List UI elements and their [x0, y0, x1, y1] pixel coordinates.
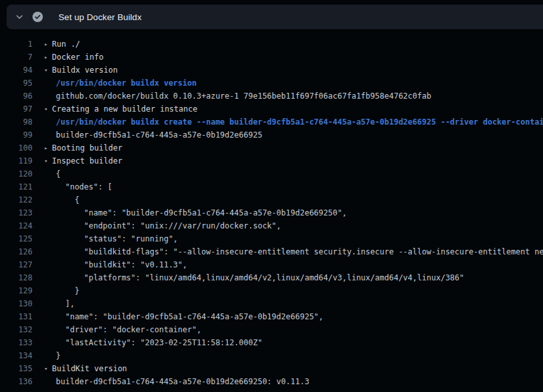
group-toggle-icon: ▾ [44, 103, 51, 116]
line-number[interactable]: 126 [0, 245, 32, 258]
line-number[interactable]: 119 [0, 154, 32, 167]
line-number[interactable]: 122 [0, 193, 32, 206]
log-group-expanded: 119 ▾Inspect builder [0, 154, 543, 167]
line-body: "status": "running", [32, 232, 178, 245]
log-line: 132 "driver": "docker-container", [0, 323, 543, 336]
line-number[interactable]: 132 [0, 323, 32, 336]
line-body[interactable]: ▾Inspect builder [32, 154, 122, 167]
check-circle-icon [32, 12, 43, 22]
chevron-down-icon[interactable] [12, 9, 27, 25]
line-body: "name": "builder-d9cfb5a1-c764-445a-a57e… [32, 310, 323, 323]
log-group-expanded: 97 ▾Creating a new builder instance [0, 103, 543, 116]
line-number[interactable]: 99 [0, 129, 32, 141]
log-line: 124 "endpoint": "unix:///var/run/docker.… [0, 219, 543, 232]
line-number[interactable]: 128 [0, 271, 32, 284]
log-line: 95 /usr/bin/docker buildx version [0, 77, 543, 90]
line-text: "driver": "docker-container", [56, 323, 201, 336]
line-text: builder-d9cfb5a1-c764-445a-a57e-0b19d2e6… [56, 375, 309, 388]
line-number[interactable]: 96 [0, 90, 32, 103]
group-toggle-icon: ▸ [44, 51, 51, 64]
line-number[interactable]: 129 [0, 284, 32, 297]
line-text: "status": "running", [56, 232, 178, 245]
line-body: "buildkit": "v0.11.3", [32, 258, 187, 271]
line-text: BuildKit version [52, 362, 127, 375]
log-line: 136 builder-d9cfb5a1-c764-445a-a57e-0b19… [0, 375, 543, 388]
line-number[interactable]: 125 [0, 232, 32, 245]
line-number[interactable]: 121 [0, 180, 32, 193]
log-group-collapsed: 100 ▸Booting builder [0, 141, 543, 154]
line-number[interactable]: 131 [0, 310, 32, 323]
line-text: { [56, 167, 60, 180]
line-text: Inspect builder [52, 154, 122, 167]
log-line: 99 builder-d9cfb5a1-c764-445a-a57e-0b19d… [0, 129, 543, 141]
line-text: } [56, 284, 79, 297]
log-group-expanded: 94 ▾Buildx version [0, 64, 543, 77]
line-text: ], [56, 297, 75, 310]
log-line: 125 "status": "running", [0, 232, 543, 245]
line-number[interactable]: 133 [0, 336, 32, 349]
line-text: "name": "builder-d9cfb5a1-c764-445a-a57e… [56, 310, 323, 323]
line-text: Buildx version [52, 64, 118, 77]
line-body: "name": "builder-d9cfb5a1-c764-445a-a57e… [32, 206, 347, 219]
line-body: "driver": "docker-container", [32, 323, 201, 336]
line-number[interactable]: 123 [0, 206, 32, 219]
group-toggle-icon: ▾ [44, 362, 51, 375]
line-body[interactable]: ▾Buildx version [32, 64, 118, 77]
log-line: 131 "name": "builder-d9cfb5a1-c764-445a-… [0, 310, 543, 323]
line-body[interactable]: ▸Booting builder [32, 141, 122, 154]
line-number[interactable]: 98 [0, 116, 32, 129]
line-number[interactable]: 130 [0, 297, 32, 310]
line-text: "buildkitd-flags": "--allow-insecure-ent… [56, 245, 543, 258]
line-number[interactable]: 1 [0, 38, 32, 51]
line-text: "lastActivity": "2023-02-25T11:58:12.000… [56, 336, 262, 349]
line-body: } [32, 349, 60, 362]
log-line: 134 } [0, 349, 543, 362]
line-text: github.com/docker/buildx 0.10.3+azure-1 … [56, 90, 431, 103]
line-number[interactable]: 124 [0, 219, 32, 232]
line-body[interactable]: ▸Run ./ [32, 38, 80, 51]
log-line: 98 /usr/bin/docker buildx create --name … [0, 116, 543, 129]
line-body: "platforms": "linux/amd64,linux/amd64/v2… [32, 271, 464, 284]
log-group-expanded: 135 ▾BuildKit version [0, 362, 543, 375]
log-line: 123 "name": "builder-d9cfb5a1-c764-445a-… [0, 206, 543, 219]
line-text: "endpoint": "unix:///var/run/docker.sock… [56, 219, 281, 232]
line-body[interactable]: ▸Docker info [32, 51, 103, 64]
group-toggle-icon: ▾ [44, 64, 51, 77]
line-number[interactable]: 127 [0, 258, 32, 271]
line-body: } [32, 284, 79, 297]
line-text: Docker info [52, 51, 103, 64]
log-line: 127 "buildkit": "v0.11.3", [0, 258, 543, 271]
step-header[interactable]: Set up Docker Buildx [6, 5, 543, 29]
line-number[interactable]: 120 [0, 167, 32, 180]
step-title: Set up Docker Buildx [58, 12, 142, 22]
line-number[interactable]: 136 [0, 375, 32, 388]
log-group-collapsed: 1 ▸Run ./ [0, 38, 543, 51]
line-body: /usr/bin/docker buildx create --name bui… [32, 116, 543, 129]
line-body[interactable]: ▾Creating a new builder instance [32, 103, 197, 116]
line-number[interactable]: 135 [0, 362, 32, 375]
line-number[interactable]: 100 [0, 141, 32, 154]
group-toggle-icon: ▸ [44, 38, 51, 51]
line-text: { [56, 193, 79, 206]
line-text: /usr/bin/docker buildx create --name bui… [56, 116, 543, 129]
line-body: "nodes": [ [32, 180, 112, 193]
log-line: 96 github.com/docker/buildx 0.10.3+azure… [0, 90, 543, 103]
line-number[interactable]: 95 [0, 77, 32, 90]
line-text: Run ./ [52, 38, 80, 51]
line-body[interactable]: ▾BuildKit version [32, 362, 127, 375]
line-number[interactable]: 7 [0, 51, 32, 64]
line-text: /usr/bin/docker buildx version [56, 77, 197, 90]
line-text: Creating a new builder instance [52, 103, 197, 116]
log-line: 129 } [0, 284, 543, 297]
line-text: "name": "builder-d9cfb5a1-c764-445a-a57e… [56, 206, 347, 219]
log-line: 133 "lastActivity": "2023-02-25T11:58:12… [0, 336, 543, 349]
log-line: 130 ], [0, 297, 543, 310]
log-group-collapsed: 7 ▸Docker info [0, 51, 543, 64]
log-line: 122 { [0, 193, 543, 206]
line-number[interactable]: 94 [0, 64, 32, 77]
group-toggle-icon: ▾ [44, 154, 51, 167]
line-text: Booting builder [52, 141, 122, 154]
log-line: 121 "nodes": [ [0, 180, 543, 193]
line-number[interactable]: 134 [0, 349, 32, 362]
line-number[interactable]: 97 [0, 103, 32, 116]
